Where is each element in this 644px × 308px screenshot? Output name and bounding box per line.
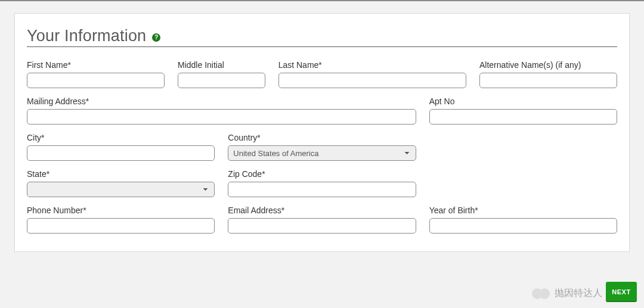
label-middle-initial: Middle Initial bbox=[178, 60, 265, 70]
field-yob: Year of Birth* bbox=[429, 206, 617, 234]
state-select[interactable] bbox=[27, 182, 215, 197]
label-last-name: Last Name* bbox=[278, 60, 466, 70]
label-phone: Phone Number* bbox=[27, 206, 215, 215]
label-apt-no: Apt No bbox=[429, 97, 617, 106]
field-country: Country* United States of America bbox=[228, 133, 416, 161]
help-icon[interactable]: ? bbox=[152, 33, 160, 42]
field-city: City* bbox=[27, 133, 215, 161]
label-state: State* bbox=[27, 169, 215, 179]
alt-name-input[interactable] bbox=[479, 73, 617, 88]
label-city: City* bbox=[27, 133, 215, 142]
field-mailing-address: Mailing Address* bbox=[27, 97, 416, 125]
field-first-name: First Name* bbox=[27, 60, 165, 88]
email-input[interactable] bbox=[228, 218, 416, 234]
label-zip: Zip Code* bbox=[228, 169, 416, 179]
country-select[interactable]: United States of America bbox=[228, 145, 416, 161]
spacer bbox=[429, 169, 617, 197]
field-email: Email Address* bbox=[228, 206, 416, 234]
last-name-input[interactable] bbox=[278, 73, 466, 88]
city-input[interactable] bbox=[27, 145, 215, 161]
field-zip: Zip Code* bbox=[228, 169, 416, 197]
heading-row: Your Information ? bbox=[27, 27, 617, 47]
label-email: Email Address* bbox=[228, 206, 416, 215]
spacer bbox=[429, 133, 617, 161]
label-mailing-address: Mailing Address* bbox=[27, 97, 416, 106]
field-phone: Phone Number* bbox=[27, 206, 215, 234]
field-state: State* bbox=[27, 169, 215, 197]
watermark-icon bbox=[539, 288, 550, 299]
watermark: 抛因特达人 bbox=[532, 287, 602, 300]
next-button[interactable]: NEXT bbox=[606, 282, 637, 302]
field-apt-no: Apt No bbox=[429, 97, 617, 125]
middle-initial-input[interactable] bbox=[178, 73, 265, 88]
mailing-address-input[interactable] bbox=[27, 109, 416, 125]
first-name-input[interactable] bbox=[27, 73, 165, 88]
label-yob: Year of Birth* bbox=[429, 206, 617, 215]
phone-input[interactable] bbox=[27, 218, 215, 234]
yob-input[interactable] bbox=[429, 218, 617, 234]
field-middle-initial: Middle Initial bbox=[178, 60, 265, 88]
apt-no-input[interactable] bbox=[429, 109, 617, 125]
label-alt-name: Alternative Name(s) (if any) bbox=[479, 60, 617, 70]
field-alt-name: Alternative Name(s) (if any) bbox=[479, 60, 617, 88]
section-heading: Your Information bbox=[27, 27, 146, 45]
zip-input[interactable] bbox=[228, 182, 416, 197]
form-grid: First Name* Middle Initial Last Name* Al… bbox=[27, 60, 617, 234]
label-country: Country* bbox=[228, 133, 416, 142]
watermark-text: 抛因特达人 bbox=[555, 287, 602, 300]
field-last-name: Last Name* bbox=[278, 60, 466, 88]
form-card: Your Information ? First Name* Middle In… bbox=[14, 13, 630, 252]
label-first-name: First Name* bbox=[27, 60, 165, 70]
